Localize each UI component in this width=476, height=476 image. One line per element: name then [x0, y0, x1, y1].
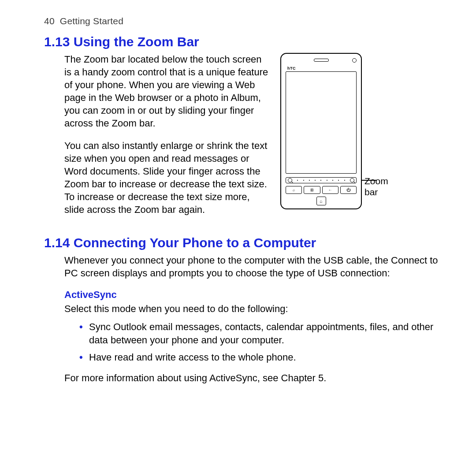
list-item: Have read and write access to the whole …: [73, 351, 441, 364]
chapter-title: Getting Started: [60, 16, 123, 26]
zoom-bar-para-2: You can also instantly enlarge or shrink…: [64, 139, 269, 216]
section-heading-zoom-bar: 1.13 Using the Zoom Bar: [44, 34, 441, 49]
end-button-icon: ⏻: [340, 186, 357, 194]
section-zoom-bar-text: The Zoom bar located below the touch scr…: [64, 53, 269, 216]
manual-page: 40 Getting Started 1.13 Using the Zoom B…: [0, 0, 476, 476]
mode-activesync-lead: Select this mode when you need to do the…: [64, 302, 441, 315]
callout-leader-line: [362, 180, 377, 181]
phone-camera-icon: [352, 58, 357, 63]
callout-wrapper: Zoom bar: [362, 53, 400, 197]
zoom-bar-illustration: [286, 177, 357, 183]
zoom-bar-callout-label: Zoom bar: [364, 175, 400, 197]
activesync-bullet-list: Sync Outlook email messages, contacts, c…: [73, 320, 441, 363]
connecting-intro: Whenever you connect your phone to the c…: [64, 254, 441, 279]
call-button-icon: ⌕: [286, 186, 302, 194]
hardware-buttons-row: ⌕ ⊞ ← ⏻: [286, 186, 357, 194]
section-heading-connecting: 1.14 Connecting Your Phone to a Computer: [44, 235, 441, 250]
phone-screen-icon: [286, 71, 357, 174]
section-connecting-phone: 1.14 Connecting Your Phone to a Computer…: [44, 235, 441, 384]
phone-brand-label: hTC: [287, 66, 296, 71]
phone-earpiece-icon: [314, 59, 329, 62]
running-header: 40 Getting Started: [44, 16, 441, 26]
magnifier-minus-icon: [288, 178, 292, 182]
back-button-icon: ←: [322, 186, 338, 194]
home-button-icon: ⌂: [316, 197, 326, 205]
zoom-bar-para-1: The Zoom bar located below the touch scr…: [64, 53, 269, 130]
section-connecting-body: Whenever you connect your phone to the c…: [64, 254, 441, 384]
phone-illustration: hTC ⌕ ⊞ ← ⏻ ⌂: [280, 53, 362, 209]
page-number: 40: [44, 16, 55, 26]
list-item: Sync Outlook email messages, contacts, c…: [73, 320, 441, 346]
mode-activesync-title: ActiveSync: [64, 289, 441, 301]
magnifier-plus-icon: [350, 178, 354, 182]
windows-button-icon: ⊞: [304, 186, 320, 194]
section-zoom-bar-content: The Zoom bar located below the touch scr…: [64, 53, 441, 216]
zoom-bar-dots-icon: [292, 180, 350, 181]
phone-illustration-column: hTC ⌕ ⊞ ← ⏻ ⌂ Zoom: [280, 53, 400, 209]
activesync-footer: For more information about using ActiveS…: [64, 372, 441, 384]
